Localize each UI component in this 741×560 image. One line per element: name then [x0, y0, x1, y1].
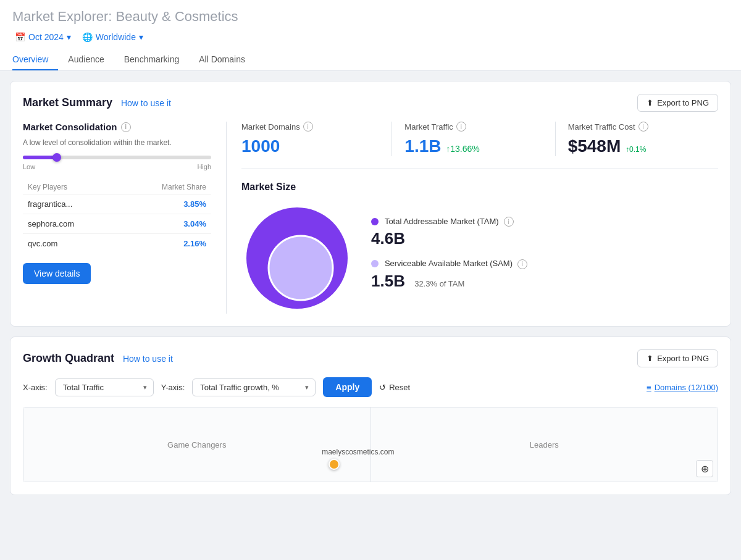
market-legend: Total Addressable Market (TAM) i 4.6B Se… — [371, 216, 527, 301]
xaxis-label: X-axis: — [23, 383, 48, 392]
export-png-button[interactable]: ⬆ Export to PNG — [637, 94, 718, 112]
metric-traffic: Market Traffic i 1.1B ↑13.66% — [392, 122, 555, 156]
tab-benchmarking[interactable]: Benchmarking — [114, 49, 190, 70]
metric-domains: Market Domains i 1000 — [241, 122, 392, 156]
tam-dot — [371, 218, 379, 225]
metric-cost-label: Market Traffic Cost i — [568, 122, 706, 132]
slider-low-label: Low — [23, 163, 35, 170]
growth-export-button[interactable]: ⬆ Export to PNG — [637, 349, 718, 367]
tab-all-domains[interactable]: All Domains — [189, 49, 255, 70]
metric-traffic-label: Market Traffic i — [404, 122, 542, 132]
tam-value: 4.6B — [371, 229, 527, 248]
consolidation-description: A low level of consolidation within the … — [23, 137, 211, 148]
leaders-label: Leaders — [530, 440, 559, 449]
player-share: 3.85% — [119, 194, 211, 214]
sam-legend-label: Serviceable Available Market (SAM) i — [371, 258, 527, 269]
reset-label: Reset — [389, 383, 410, 392]
growth-how-to-use-link[interactable]: How to use it — [123, 354, 173, 364]
export-icon: ⬆ — [647, 98, 653, 107]
main-content: Market Summary How to use it ⬆ Export to… — [0, 71, 741, 515]
slider-fill — [23, 156, 57, 159]
market-summary-body: Market Consolidation i A low level of co… — [23, 122, 718, 314]
yaxis-select[interactable]: Total Traffic growth, % ▾ — [192, 378, 316, 396]
traffic-growth: ↑13.66% — [446, 144, 479, 154]
tam-legend-item: Total Addressable Market (TAM) i 4.6B — [371, 216, 527, 249]
market-summary-card: Market Summary How to use it ⬆ Export to… — [10, 81, 731, 327]
growth-export-icon: ⬆ — [647, 354, 653, 363]
xaxis-value: Total Traffic — [63, 383, 104, 392]
axis-controls: X-axis: Total Traffic ▾ Y-axis: Total Tr… — [23, 377, 718, 397]
sam-info-icon[interactable]: i — [517, 259, 527, 269]
market-size-section: Market Size — [241, 182, 718, 314]
consolidation-title: Market Consolidation i — [23, 122, 211, 132]
table-row: fragrantica...3.85% — [23, 194, 211, 214]
xaxis-chevron-icon: ▾ — [143, 383, 147, 391]
traffic-info-icon[interactable]: i — [456, 122, 466, 132]
growth-export-label: Export to PNG — [657, 354, 709, 363]
growth-quadrant-title: Growth Quadrant — [23, 352, 114, 364]
page-title-main: Market Explorer: — [12, 9, 112, 24]
player-name: fragrantica... — [23, 194, 119, 214]
date-filter-label: Oct 2024 — [28, 32, 64, 42]
main-nav: Overview Audience Benchmarking All Domai… — [12, 49, 729, 70]
header-controls: 📅 Oct 2024 ▾ 🌐 Worldwide ▾ — [12, 31, 729, 43]
growth-quadrant-header: Growth Quadrant How to use it ⬆ Export t… — [23, 349, 718, 367]
slider-high-label: High — [197, 163, 211, 170]
table-row: sephora.com3.04% — [23, 214, 211, 234]
reset-button[interactable]: ↺ Reset — [379, 383, 410, 392]
tam-info-icon[interactable]: i — [504, 217, 514, 227]
globe-icon: 🌐 — [82, 32, 93, 42]
filter-icon: ≡ — [647, 383, 651, 392]
consolidation-info-icon[interactable]: i — [121, 122, 131, 132]
cost-info-icon[interactable]: i — [638, 122, 648, 132]
quadrant-leaders: Leaders — [371, 407, 718, 482]
tam-legend-label: Total Addressable Market (TAM) i — [371, 216, 527, 227]
page-title-sub: Beauty & Cosmetics — [116, 9, 238, 24]
slider-labels: Low High — [23, 163, 211, 170]
zoom-button[interactable]: ⊕ — [696, 460, 713, 477]
tab-audience[interactable]: Audience — [58, 49, 114, 70]
consolidation-slider[interactable] — [23, 156, 211, 159]
yaxis-chevron-icon: ▾ — [305, 383, 309, 391]
cost-growth: ↑0.1% — [626, 145, 646, 154]
sam-legend-item: Serviceable Available Market (SAM) i 1.5… — [371, 258, 527, 291]
yaxis-label: Y-axis: — [161, 383, 185, 392]
game-changers-label: Game Changers — [167, 440, 226, 449]
region-filter-label: Worldwide — [96, 32, 136, 42]
view-details-button[interactable]: View details — [23, 263, 91, 284]
metric-cost-value: $548M ↑0.1% — [568, 136, 706, 156]
sam-dot — [371, 260, 379, 267]
growth-quadrant-title-group: Growth Quadrant How to use it — [23, 352, 173, 365]
date-filter-button[interactable]: 📅 Oct 2024 ▾ — [12, 31, 73, 43]
how-to-use-link[interactable]: How to use it — [121, 98, 171, 108]
quadrant-grid: Game Changers Leaders — [23, 407, 718, 482]
domains-info-icon[interactable]: i — [303, 122, 313, 132]
player-share: 3.04% — [119, 214, 211, 234]
quadrant-container: Game Changers Leaders maelyscosmetics.co… — [23, 407, 718, 482]
col-header-share: Market Share — [119, 180, 211, 194]
slider-thumb — [52, 153, 61, 162]
export-label: Export to PNG — [657, 98, 709, 107]
metric-domains-value: 1000 — [241, 136, 379, 156]
region-filter-button[interactable]: 🌐 Worldwide ▾ — [80, 31, 146, 43]
consolidation-panel: Market Consolidation i A low level of co… — [23, 122, 227, 314]
domain-dot-label: maelyscosmetics.com — [322, 448, 394, 456]
metric-domains-label: Market Domains i — [241, 122, 379, 132]
app-header: Market Explorer: Beauty & Cosmetics 📅 Oc… — [0, 0, 741, 71]
player-share: 2.16% — [119, 234, 211, 254]
page-title: Market Explorer: Beauty & Cosmetics — [12, 9, 729, 25]
zoom-icon: ⊕ — [701, 463, 709, 475]
apply-button[interactable]: Apply — [323, 377, 372, 397]
sam-value: 1.5B 32.3% of TAM — [371, 272, 527, 291]
domains-label: Domains (12/100) — [655, 383, 718, 392]
tab-overview[interactable]: Overview — [12, 49, 58, 70]
growth-quadrant-card: Growth Quadrant How to use it ⬆ Export t… — [10, 336, 731, 495]
domains-filter-button[interactable]: ≡ Domains (12/100) — [647, 383, 718, 392]
market-size-chart — [241, 203, 353, 314]
player-name: sephora.com — [23, 214, 119, 234]
xaxis-select[interactable]: Total Traffic ▾ — [55, 378, 154, 396]
quadrant-game-changers: Game Changers — [23, 407, 371, 482]
table-row: qvc.com2.16% — [23, 234, 211, 254]
market-summary-header: Market Summary How to use it ⬆ Export to… — [23, 94, 718, 112]
sam-sub: 32.3% of TAM — [414, 279, 464, 288]
